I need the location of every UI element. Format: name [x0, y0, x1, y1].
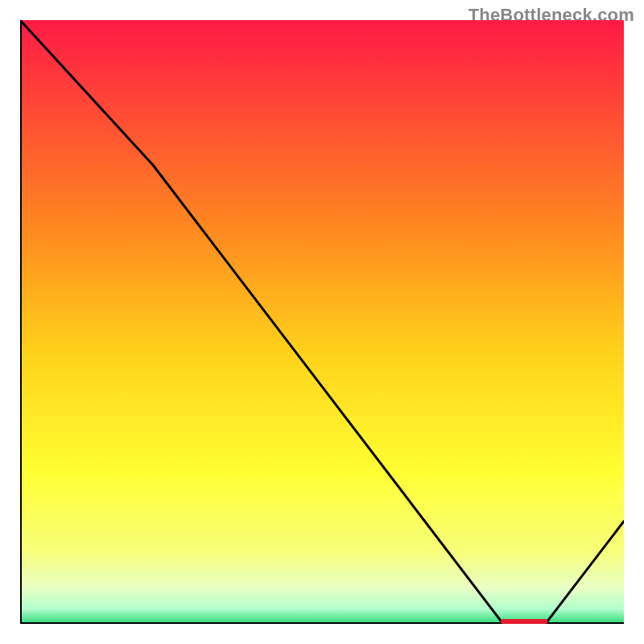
plot-area — [20, 20, 624, 624]
chart-svg — [20, 20, 624, 624]
svg-rect-0 — [20, 20, 624, 624]
chart-container: TheBottleneck.com — [0, 0, 644, 644]
